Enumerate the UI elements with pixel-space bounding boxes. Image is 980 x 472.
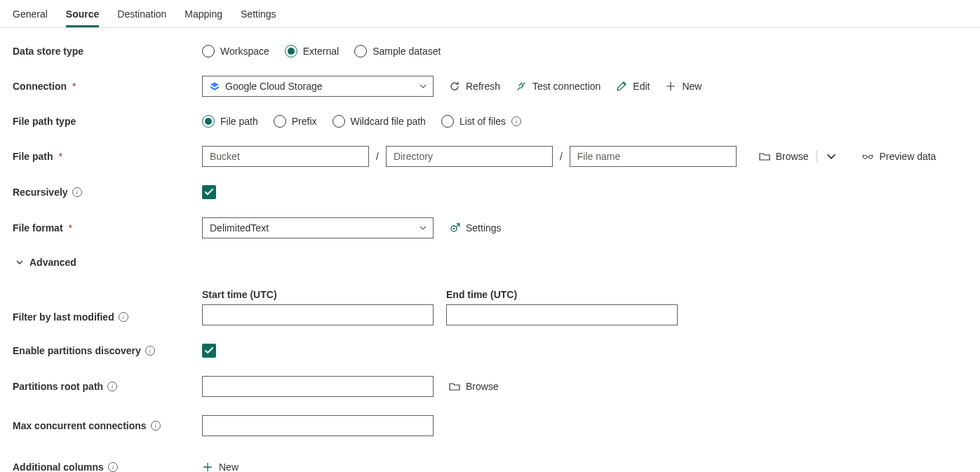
browse-file-path-button[interactable]: Browse — [759, 151, 809, 162]
browse-dropdown-chevron[interactable] — [826, 151, 837, 162]
plug-icon — [516, 81, 527, 92]
tabs-bar: General Source Destination Mapping Setti… — [0, 0, 980, 28]
source-form: Data store type Workspace External Sampl… — [0, 28, 980, 472]
label-file-path-type: File path type — [13, 116, 202, 127]
new-additional-column-button[interactable]: New — [202, 461, 239, 472]
svg-point-3 — [453, 228, 455, 230]
label-end-time: End time (UTC) — [446, 289, 678, 300]
preview-data-button[interactable]: Preview data — [862, 151, 936, 162]
radio-list-of-files[interactable]: List of files i — [441, 115, 521, 128]
tab-destination[interactable]: Destination — [117, 0, 166, 27]
radio-workspace[interactable]: Workspace — [202, 45, 269, 58]
folder-icon — [759, 151, 770, 162]
browse-partitions-button[interactable]: Browse — [449, 381, 499, 392]
test-connection-button[interactable]: Test connection — [516, 81, 600, 92]
filename-input[interactable] — [570, 146, 737, 167]
radio-prefix[interactable]: Prefix — [274, 115, 317, 128]
chevron-down-icon — [15, 258, 24, 267]
enable-partitions-checkbox[interactable] — [202, 344, 216, 358]
glasses-icon — [862, 151, 873, 162]
partitions-root-path-input[interactable] — [202, 376, 434, 397]
end-time-input[interactable] — [446, 304, 678, 325]
max-concurrent-connections-input[interactable] — [202, 415, 434, 436]
label-filter-by-last-modified: Filter by last modified i — [13, 311, 202, 325]
advanced-toggle[interactable]: Advanced — [15, 257, 76, 268]
radio-external[interactable]: External — [285, 45, 339, 58]
recursively-checkbox[interactable] — [202, 185, 216, 199]
info-icon[interactable]: i — [511, 116, 521, 126]
info-icon[interactable]: i — [108, 462, 118, 472]
tab-general[interactable]: General — [13, 0, 48, 27]
directory-input[interactable] — [386, 146, 553, 167]
start-time-input[interactable] — [202, 304, 434, 325]
radio-file-path[interactable]: File path — [202, 115, 258, 128]
radio-sample-dataset[interactable]: Sample dataset — [354, 45, 441, 58]
check-icon — [204, 346, 214, 356]
info-icon[interactable]: i — [107, 382, 117, 391]
svg-point-0 — [864, 155, 867, 159]
refresh-button[interactable]: Refresh — [449, 81, 500, 92]
plus-icon — [665, 81, 676, 92]
radio-wildcard[interactable]: Wildcard file path — [333, 115, 426, 128]
bucket-input[interactable] — [202, 146, 369, 167]
folder-icon — [449, 381, 460, 392]
label-partitions-root-path: Partitions root path i — [13, 381, 202, 392]
plus-icon — [202, 461, 213, 472]
chevron-down-icon — [419, 82, 427, 90]
refresh-icon — [449, 81, 460, 92]
info-icon[interactable]: i — [145, 346, 155, 356]
connection-dropdown[interactable]: Google Cloud Storage — [202, 76, 434, 97]
tab-settings[interactable]: Settings — [241, 0, 276, 27]
gear-arrow-icon — [449, 222, 460, 234]
label-enable-partitions-discovery: Enable partitions discovery i — [13, 345, 202, 356]
info-icon[interactable]: i — [72, 187, 82, 197]
info-icon[interactable]: i — [151, 421, 161, 431]
label-data-store-type: Data store type — [13, 46, 202, 57]
info-icon[interactable]: i — [119, 312, 128, 322]
file-format-settings-button[interactable]: Settings — [449, 222, 502, 234]
svg-point-1 — [869, 155, 873, 159]
label-max-concurrent-connections: Max concurrent connections i — [13, 420, 202, 431]
label-connection: Connection* — [13, 81, 202, 92]
tab-source[interactable]: Source — [66, 0, 99, 27]
label-recursively: Recursively i — [13, 187, 202, 198]
tab-mapping[interactable]: Mapping — [184, 0, 222, 27]
file-format-dropdown[interactable]: DelimitedText — [202, 217, 434, 238]
edit-button[interactable]: Edit — [616, 81, 650, 92]
gcs-icon — [210, 81, 220, 91]
pencil-icon — [616, 81, 627, 92]
label-additional-columns: Additional columns i — [13, 461, 202, 472]
label-file-format: File format* — [13, 222, 202, 234]
chevron-down-icon — [419, 224, 427, 232]
new-connection-button[interactable]: New — [665, 81, 702, 92]
label-file-path: File path* — [13, 151, 202, 162]
check-icon — [204, 187, 214, 197]
chevron-down-icon — [826, 151, 837, 162]
label-start-time: Start time (UTC) — [202, 289, 434, 300]
